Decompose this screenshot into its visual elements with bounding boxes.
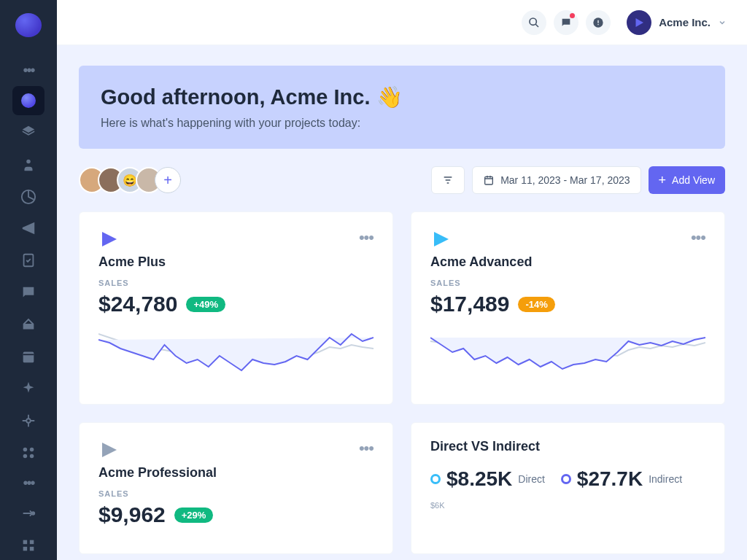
messages-button[interactable] [554, 10, 578, 35]
direct-value: $8.25K [446, 467, 512, 491]
user-icon [20, 157, 36, 173]
svg-rect-13 [30, 547, 34, 551]
svg-point-4 [26, 419, 31, 423]
sidebar: ••• ••• [0, 0, 57, 560]
avatar-group: 😄 + [79, 167, 181, 193]
welcome-subtitle: Here is what's happening with your proje… [101, 117, 703, 130]
card-label: SALES [98, 489, 374, 498]
nav-apps[interactable] [12, 438, 44, 467]
nav-marketing[interactable] [12, 214, 44, 244]
change-badge: -14% [518, 297, 554, 312]
direct-label: Direct [518, 473, 545, 485]
nav-sparkle[interactable] [12, 374, 44, 403]
svg-point-9 [32, 512, 35, 515]
card-menu-button[interactable]: ••• [359, 228, 374, 247]
brand-icon [98, 439, 120, 461]
main-area: Acme Inc. Good afternoon, Acme Inc. 👋 He… [57, 0, 747, 560]
nav-chat[interactable] [12, 278, 44, 307]
card-menu-button[interactable]: ••• [691, 228, 705, 247]
alert-icon [592, 17, 604, 28]
plus-icon: + [659, 173, 667, 188]
card-value: $24,780 [98, 292, 177, 316]
add-view-label: Add View [672, 174, 715, 186]
svg-rect-10 [23, 540, 28, 545]
pie-icon [20, 189, 36, 205]
layers-icon [20, 125, 36, 141]
filter-button[interactable] [431, 166, 465, 194]
dashboard-toolbar: 😄 + Mar 11, 2023 - Mar 17, 2023 +Add Vie… [79, 166, 725, 194]
chat-icon [20, 284, 36, 300]
clipboard-icon [20, 252, 36, 268]
card-menu-button[interactable]: ••• [359, 439, 374, 458]
svg-rect-12 [23, 547, 28, 551]
svg-rect-11 [30, 540, 34, 545]
nav-dashboard[interactable] [12, 86, 44, 115]
filter-icon [442, 174, 454, 186]
date-range-text: Mar 11, 2023 - Mar 17, 2023 [500, 174, 630, 186]
nav-section-dots: ••• [23, 58, 34, 83]
card-title: Direct VS Indirect [430, 439, 705, 454]
alerts-button[interactable] [586, 10, 611, 35]
card-title: Acme Advanced [430, 254, 705, 270]
change-badge: +29% [174, 508, 214, 523]
nav-users[interactable] [12, 150, 44, 179]
nav-node[interactable] [12, 406, 44, 435]
svg-point-6 [30, 448, 34, 452]
search-button[interactable] [522, 10, 546, 35]
metric-direct: $8.25K Direct [430, 467, 545, 491]
svg-rect-3 [23, 352, 34, 363]
org-switcher[interactable]: Acme Inc. [627, 10, 727, 35]
sparkle-icon [20, 381, 36, 397]
svg-point-8 [30, 454, 34, 459]
metric-indirect: $27.7K Indirect [561, 467, 682, 491]
app-logo[interactable] [15, 13, 42, 37]
nav-layers[interactable] [12, 118, 44, 147]
axis-label: $6K [430, 501, 705, 510]
brand-icon [430, 228, 452, 250]
svg-point-14 [530, 18, 536, 25]
card-direct-vs-indirect: Direct VS Indirect $8.25K Direct $27.7K … [411, 422, 725, 554]
node-icon [20, 413, 36, 429]
component-icon [20, 537, 36, 553]
date-range-picker[interactable]: Mar 11, 2023 - Mar 17, 2023 [472, 166, 640, 194]
svg-rect-16 [485, 176, 493, 184]
welcome-title: Good afternoon, Acme Inc. 👋 [101, 85, 703, 109]
svg-point-0 [26, 159, 31, 163]
megaphone-icon [20, 220, 36, 236]
nav-calendar[interactable] [12, 342, 44, 371]
nav-inbox[interactable] [12, 310, 44, 339]
card-label: SALES [98, 279, 374, 287]
add-member-button[interactable]: + [155, 167, 181, 193]
svg-point-7 [23, 454, 28, 459]
card-title: Acme Plus [98, 254, 374, 270]
card-grid: ••• Acme Plus SALES $24,780 +49% ••• [79, 211, 725, 554]
sparkline-chart [430, 327, 705, 385]
nav-analytics[interactable] [12, 182, 44, 211]
search-icon [528, 17, 540, 28]
indirect-label: Indirect [649, 473, 682, 485]
welcome-banner: Good afternoon, Acme Inc. 👋 Here is what… [79, 66, 725, 149]
inbox-icon [20, 316, 36, 332]
content: Good afternoon, Acme Inc. 👋 Here is what… [57, 45, 747, 560]
org-avatar [627, 10, 651, 35]
exit-icon [20, 505, 36, 521]
nav-section-dots-2: ••• [23, 470, 34, 496]
change-badge: +49% [186, 297, 225, 312]
legend-dot-direct [430, 474, 441, 484]
nav-tasks[interactable] [12, 246, 44, 275]
card-value: $17,489 [430, 292, 509, 316]
indirect-value: $27.7K [577, 467, 643, 491]
topbar: Acme Inc. [57, 0, 747, 45]
add-view-button[interactable]: +Add View [649, 166, 725, 194]
card-acme-plus: ••• Acme Plus SALES $24,780 +49% [79, 211, 393, 405]
card-value: $9,962 [98, 502, 166, 527]
svg-point-5 [23, 448, 28, 452]
nav-exit[interactable] [12, 499, 44, 528]
calendar-icon [20, 349, 36, 365]
grid-icon [20, 445, 36, 461]
card-title: Acme Professional [98, 465, 374, 481]
card-acme-professional: ••• Acme Professional SALES $9,962 +29% [79, 422, 393, 554]
nav-component[interactable] [12, 531, 44, 560]
chevron-down-icon [718, 18, 727, 27]
brand-icon [98, 228, 120, 250]
